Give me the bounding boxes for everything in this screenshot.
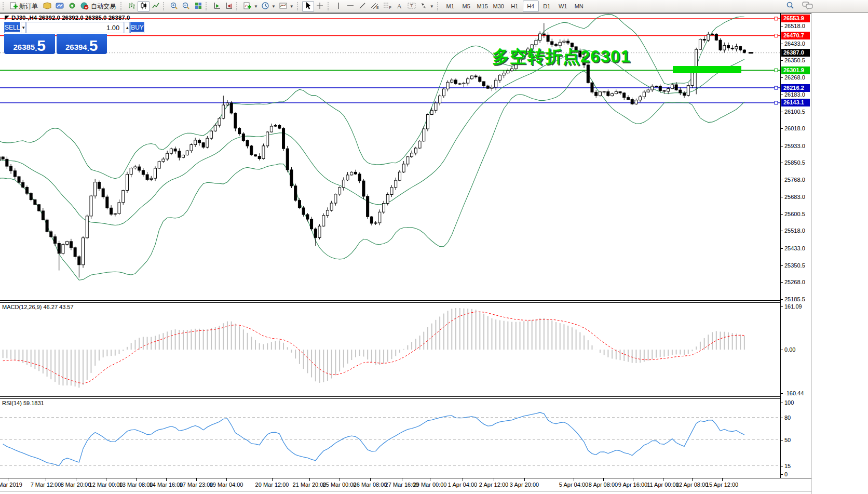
buy-price[interactable]: 26394.5 — [57, 34, 107, 54]
timeframe-m1[interactable]: M1 — [442, 1, 458, 12]
toolbar-grip[interactable] — [206, 2, 209, 10]
metaeditor-button[interactable] — [53, 1, 66, 12]
time-tick-label: 13 Mar 08:00 — [119, 482, 153, 488]
timeframe-m15[interactable]: M15 — [474, 1, 491, 12]
tile-windows-button[interactable] — [192, 1, 204, 12]
indicators-button[interactable]: ▼ — [241, 1, 260, 12]
text-label-button[interactable]: T — [405, 1, 418, 12]
sell-price[interactable]: 26385.5 — [4, 34, 55, 54]
timeframe-m30[interactable]: M30 — [491, 1, 507, 12]
window-bottom-border — [0, 491, 811, 492]
time-tick-label: 17 Mar 23:00 — [180, 482, 213, 488]
time-tick — [340, 478, 340, 481]
time-axis-border — [0, 478, 811, 478]
fibonacci-button[interactable]: F — [381, 1, 394, 12]
cursor-button[interactable] — [302, 1, 314, 12]
crosshair-button[interactable] — [314, 1, 326, 12]
price-tick — [781, 231, 783, 231]
candlestick-chart-button[interactable] — [138, 1, 150, 12]
annotation-text: 多空转折点26301 — [492, 45, 631, 69]
price-tick-label: 25518.0 — [784, 228, 805, 234]
chart-shift-button[interactable] — [223, 1, 235, 12]
toolbar-grip[interactable] — [120, 2, 124, 10]
text-button[interactable]: A — [394, 1, 405, 12]
zoom-out-button[interactable] — [180, 1, 192, 12]
time-tick — [494, 478, 494, 481]
sell-price-main: 26385 — [13, 42, 35, 52]
time-tick-label: 12 Mar 00:00 — [89, 482, 123, 488]
history-button[interactable] — [41, 1, 53, 12]
time-tick — [309, 478, 310, 481]
separator-main-macd-1 — [0, 300, 781, 301]
volume-increase-button[interactable]: ▲ — [125, 22, 130, 33]
new-order-button[interactable]: 新订单 — [8, 1, 41, 12]
timeframe-d1[interactable]: D1 — [539, 1, 555, 12]
volume-input[interactable] — [26, 22, 124, 33]
separator-main-macd-2[interactable] — [0, 302, 781, 303]
price-tick — [781, 214, 783, 215]
timeframe-h4[interactable]: H4 — [523, 1, 539, 12]
chart-title: DJ30-,H4 26392.0 26392.0 26385.0 26387.0 — [11, 15, 130, 21]
toolbar-grip[interactable] — [236, 2, 239, 10]
separator-macd-rsi-2[interactable] — [0, 398, 781, 399]
zoom-in-button[interactable] — [168, 1, 180, 12]
main-chart[interactable] — [0, 14, 781, 301]
periods-button[interactable]: ▼ — [260, 1, 277, 12]
timeframe-w1[interactable]: W1 — [555, 1, 571, 12]
time-tick — [76, 478, 76, 481]
time-tick-label: 20 Mar 12:00 — [255, 482, 289, 488]
line-chart-button[interactable] — [150, 1, 161, 12]
horizontal-line-button[interactable] — [345, 1, 357, 12]
time-tick-label: 1 Apr 04:00 — [448, 482, 477, 488]
price-tick-label: 25600.5 — [784, 211, 805, 217]
rsi-tick-label: 80 — [784, 415, 791, 421]
price-tick — [781, 60, 783, 61]
arrows-button[interactable]: ▼ — [418, 1, 436, 12]
chat-icon[interactable] — [802, 1, 813, 11]
price-tick — [781, 26, 783, 26]
time-tick-label: 9 Apr 16:00 — [618, 482, 647, 488]
search-icon[interactable] — [785, 1, 795, 11]
macd-label: MACD(12,26,9) 46.27 43.57 — [2, 304, 74, 310]
timeframe-h1[interactable]: H1 — [507, 1, 523, 12]
collapse-triangle-icon[interactable] — [5, 16, 9, 20]
text-icon: A — [397, 2, 402, 10]
timeframe-mn[interactable]: MN — [571, 1, 587, 12]
volume-decrease-button[interactable]: ▼ — [21, 22, 26, 33]
bar-chart-button[interactable] — [126, 1, 138, 12]
timeframe-m5[interactable]: M5 — [458, 1, 474, 12]
rsi-pane[interactable] — [0, 399, 781, 478]
sell-button[interactable]: SELL — [4, 22, 20, 33]
macd-pane[interactable] — [0, 303, 781, 396]
zoom-in-icon — [170, 2, 179, 11]
one-click-trading-panel: SELL ▼ ▲ BUY 26385.5 26394.5 — [4, 22, 107, 55]
price-axis-border — [780, 14, 781, 478]
chevron-down-icon: ▼ — [272, 4, 276, 9]
trendline-button[interactable] — [357, 1, 369, 12]
toolbar-grip[interactable] — [163, 2, 166, 10]
channel-button[interactable]: E — [369, 1, 381, 12]
vertical-line-button[interactable] — [333, 1, 345, 12]
sell-price-big-digit: 5 — [37, 39, 46, 52]
experts-button[interactable] — [66, 1, 78, 12]
tile-windows-icon — [194, 2, 202, 11]
templates-button[interactable]: ▼ — [277, 1, 295, 12]
toolbar-grip[interactable] — [297, 2, 300, 10]
time-tick — [196, 478, 197, 481]
toolbar-grip[interactable] — [437, 2, 440, 10]
rsi-label: RSI(14) 59.1831 — [2, 400, 44, 406]
toolbar-grip[interactable] — [3, 2, 6, 10]
vertical-line-icon — [335, 2, 342, 11]
buy-button[interactable]: BUY — [130, 22, 144, 33]
time-tick — [46, 478, 46, 481]
price-tick — [781, 44, 783, 44]
autotrading-button[interactable]: 自动交易 — [78, 1, 119, 12]
toolbar-grip[interactable] — [328, 2, 331, 10]
svg-text:F: F — [389, 6, 391, 9]
time-tick — [692, 478, 693, 481]
toolbar: 新订单 自动交易 — [0, 0, 868, 13]
rsi-tick-label: 15 — [784, 463, 791, 469]
price-tick — [781, 282, 783, 283]
auto-scroll-button[interactable] — [211, 1, 223, 12]
time-tick-label: 6 Mar 2019 — [0, 482, 22, 488]
